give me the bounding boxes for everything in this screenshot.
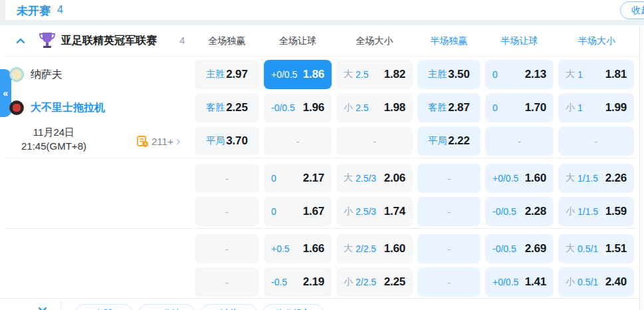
markets-list-icon xyxy=(136,135,149,148)
odds-cell-result[interactable]: 客胜2.25 xyxy=(195,93,259,122)
status-bar: 未开赛 4 收起 xyxy=(5,0,644,20)
odds-row: -02.17大2.5/32.06-+0/0.51.60大1/1.52.26 xyxy=(195,164,634,193)
odds-cell-empty: - xyxy=(558,126,634,156)
odds-cell-empty: - xyxy=(417,197,481,226)
odds-cell-empty: - xyxy=(417,234,481,263)
odds-row: 平局3.70--平局2.22-- xyxy=(195,126,634,156)
odds-cell-overunder[interactable]: 大2/2.51.60 xyxy=(336,234,413,263)
home-team-badge-icon xyxy=(9,67,24,82)
odds-row: -01.67小2.5/31.74--0/0.52.28小1/1.51.59 xyxy=(195,197,634,226)
odds-cell-handicap[interactable]: 02.13 xyxy=(485,60,554,89)
footer-divider xyxy=(60,301,61,310)
chevron-right-icon: › xyxy=(176,134,180,147)
more-markets-link[interactable]: 211+ › xyxy=(136,126,180,156)
odds-cell-result[interactable]: 客胜2.87 xyxy=(417,93,481,122)
more-markets-count: 211+ xyxy=(152,136,173,147)
odds-cell-handicap[interactable]: -0/0.51.96 xyxy=(264,93,332,122)
odds-cell-result[interactable]: 主胜2.97 xyxy=(195,60,259,89)
odds-cell-handicap[interactable]: -0.52.19 xyxy=(264,267,332,297)
chevron-up-icon[interactable] xyxy=(15,35,27,47)
odds-cell-empty: - xyxy=(195,234,259,263)
market-header-6: 半场大小 xyxy=(559,35,635,47)
odds-cell-overunder[interactable]: 大1/1.52.26 xyxy=(558,164,634,193)
odds-cell-empty: - xyxy=(195,267,259,297)
home-team-name: 纳萨夫 xyxy=(31,68,62,82)
odds-cell-empty: - xyxy=(417,267,481,297)
trophy-icon xyxy=(39,31,56,50)
footer-market-button-4[interactable]: 比分组合 xyxy=(263,304,324,310)
market-header-4: 半场独赢 xyxy=(417,35,481,47)
odds-cell-handicap[interactable]: 01.70 xyxy=(485,93,554,122)
odds-cell-handicap[interactable]: +0/0.51.60 xyxy=(485,164,554,193)
odds-page: 未开赛 4 收起 亚足联精英冠军联赛 4 全场独赢全场让球全场大小半场独赢半场让… xyxy=(0,0,644,310)
footer-market-button-1[interactable]: 角球 xyxy=(75,304,133,310)
odds-cell-empty: - xyxy=(195,164,259,193)
odds-cell-result[interactable]: 平局2.22 xyxy=(417,126,481,156)
odds-cell-empty: - xyxy=(417,164,481,193)
odds-group-main: 主胜2.97+0/0.51.86大2.51.82主胜3.5002.13大11.8… xyxy=(195,60,634,160)
odds-row: 客胜2.25-0/0.51.96小2.51.98客胜2.8701.70小11.9… xyxy=(195,93,634,122)
match-status-label: 未开赛 xyxy=(17,3,51,19)
group-divider xyxy=(5,228,635,229)
odds-cell-handicap[interactable]: -0/0.52.28 xyxy=(485,197,554,226)
odds-cell-handicap[interactable]: 02.17 xyxy=(264,164,332,193)
odds-cell-overunder[interactable]: 小2.51.98 xyxy=(336,93,413,122)
collapse-left-icon: « xyxy=(3,88,9,98)
league-match-count: 4 xyxy=(179,35,185,46)
odds-cell-handicap[interactable]: 01.67 xyxy=(264,197,332,226)
market-header-3: 全场大小 xyxy=(336,35,413,47)
odds-cell-overunder[interactable]: 小2/2.52.25 xyxy=(336,267,413,297)
footer-market-button-3[interactable]: 过关 xyxy=(201,304,257,310)
odds-cell-overunder[interactable]: 大11.81 xyxy=(558,60,634,89)
odds-cell-overunder[interactable]: 大0.5/11.51 xyxy=(558,234,634,263)
collapse-all-button[interactable]: 收起 xyxy=(620,1,644,19)
footer-market-button-2[interactable]: 15分钟 xyxy=(138,304,195,310)
odds-cell-overunder[interactable]: 小1/1.51.59 xyxy=(558,197,634,226)
away-team-name: 大不里士拖拉机 xyxy=(31,101,105,115)
match-time: 21:45(GMT+8) xyxy=(1,139,106,153)
odds-cell-overunder[interactable]: 大2.5/32.06 xyxy=(336,164,413,193)
odds-cell-overunder[interactable]: 大2.51.82 xyxy=(336,60,413,89)
odds-cell-result[interactable]: 平局3.70 xyxy=(195,126,259,156)
odds-group-alt-1: -02.17大2.5/32.06-+0/0.51.60大1/1.52.26-01… xyxy=(195,164,634,230)
odds-row: -+0.51.66大2/2.51.60--0/0.52.69大0.5/11.51 xyxy=(195,234,634,263)
odds-cell-overunder[interactable]: 小0.5/12.40 xyxy=(558,267,634,297)
odds-cell-handicap[interactable]: +0/0.51.86 xyxy=(264,60,332,89)
league-name[interactable]: 亚足联精英冠军联赛 xyxy=(61,34,157,48)
group-divider xyxy=(5,158,635,158)
league-header-row: 亚足联精英冠军联赛 4 全场独赢全场让球全场大小半场独赢半场让球半场大小 xyxy=(5,25,639,57)
odds-cell-handicap[interactable]: +0.51.66 xyxy=(264,234,332,263)
odds-cell-result[interactable]: 主胜3.50 xyxy=(417,60,481,89)
odds-row: --0.52.19小2/2.52.25-+0/0.51.41小0.5/12.40 xyxy=(195,267,634,297)
odds-cell-empty: - xyxy=(195,197,259,226)
odds-cell-overunder[interactable]: 小11.99 xyxy=(558,93,634,122)
footer-markets-strip: 角球15分钟过关比分组合 xyxy=(0,298,639,310)
match-date: 11月24日 xyxy=(1,125,106,139)
away-team-badge-icon xyxy=(9,100,24,115)
away-team-row[interactable]: 大不里士拖拉机 xyxy=(9,93,105,122)
home-team-row[interactable]: 纳萨夫 xyxy=(9,60,62,89)
odds-cell-empty: - xyxy=(336,126,413,156)
chevron-down-icon[interactable] xyxy=(37,304,49,310)
odds-cell-handicap[interactable]: -0/0.52.69 xyxy=(485,234,554,263)
market-header-5: 半场让球 xyxy=(485,35,554,47)
odds-cell-handicap[interactable]: +0/0.51.41 xyxy=(485,267,554,297)
market-header-2: 全场让球 xyxy=(264,35,332,47)
odds-group-alt-2: -+0.51.66大2/2.51.60--0/0.52.69大0.5/11.51… xyxy=(195,234,634,301)
odds-cell-empty: - xyxy=(485,126,554,156)
match-status-count: 4 xyxy=(57,4,63,16)
odds-row: 主胜2.97+0/0.51.86大2.51.82主胜3.5002.13大11.8… xyxy=(195,60,634,89)
match-datetime: 11月24日 21:45(GMT+8) xyxy=(1,125,106,153)
panel-right-border xyxy=(639,25,640,310)
odds-cell-overunder[interactable]: 小2.5/31.74 xyxy=(336,197,413,226)
odds-cell-empty: - xyxy=(264,126,332,156)
market-header-1: 全场独赢 xyxy=(195,35,259,47)
